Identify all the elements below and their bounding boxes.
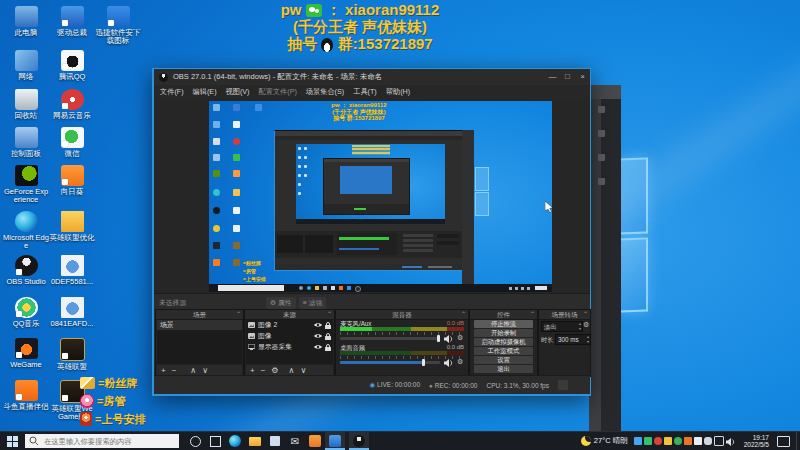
source-item[interactable]: 图像 bbox=[248, 331, 331, 341]
lock-icon[interactable] bbox=[325, 344, 331, 351]
desktop-icon-control-panel[interactable]: 控制面板 bbox=[3, 127, 49, 158]
desktop-icon-image-file-2[interactable]: 0841EAFD... bbox=[49, 297, 95, 328]
tray-icon-speaker[interactable] bbox=[726, 432, 736, 450]
lock-icon[interactable] bbox=[325, 322, 331, 329]
action-center-icon[interactable] bbox=[777, 436, 790, 447]
properties-button[interactable]: ⚙ 属性 bbox=[266, 297, 296, 309]
remove-scene-button[interactable]: − bbox=[172, 366, 177, 375]
duration-spinbox[interactable]: 300 ms ▴▾ bbox=[555, 334, 591, 345]
desktop-icon-tencent-qq[interactable]: 腾讯QQ bbox=[49, 50, 95, 81]
desktop-audio-volume-slider[interactable] bbox=[340, 361, 440, 364]
menu-edit[interactable]: 编辑(E) bbox=[193, 87, 217, 97]
obs-preview-canvas[interactable]: pw ： xiaoran99112 (千分王者 声优妹妹) 抽号 群:15372… bbox=[154, 99, 590, 293]
dock-float-icon[interactable]: ⌃ bbox=[583, 310, 588, 319]
scene-down-button[interactable]: ∨ bbox=[202, 366, 208, 375]
mic-volume-slider[interactable] bbox=[340, 337, 440, 340]
desktop-icon-obs-studio[interactable]: OBS Studio bbox=[3, 255, 49, 286]
source-item[interactable]: 显示器采集 bbox=[248, 342, 331, 352]
slider-handle[interactable] bbox=[422, 359, 425, 366]
desktop-icon-xunjie[interactable]: 迅捷软件安下载图标 bbox=[95, 6, 141, 45]
resize-grip[interactable] bbox=[558, 380, 568, 390]
dock-float-icon[interactable]: ⌃ bbox=[327, 310, 332, 319]
taskbar-clock[interactable]: 19:17 2022/5/5 bbox=[744, 434, 769, 449]
start-recording-button[interactable]: 开始录制 bbox=[474, 329, 533, 337]
obs-titlebar[interactable]: OBS 27.0.1 (64-bit, windows) - 配置文件: 未命名… bbox=[154, 69, 590, 85]
menu-view[interactable]: 视图(V) bbox=[226, 87, 250, 97]
taskbar-file-explorer[interactable] bbox=[245, 432, 265, 450]
scene-item[interactable]: 场景 bbox=[157, 320, 242, 330]
start-button[interactable] bbox=[7, 436, 18, 447]
taskbar-orange-app[interactable] bbox=[305, 432, 325, 450]
desktop-icon-sunflower[interactable]: 向日葵 bbox=[49, 165, 95, 196]
filters-button[interactable]: ≡ 滤镜 bbox=[299, 297, 326, 309]
spinner-arrows-icon[interactable]: ▴▾ bbox=[579, 322, 581, 331]
remove-source-button[interactable]: − bbox=[261, 366, 266, 375]
minimize-button[interactable]: — bbox=[545, 69, 560, 85]
tray-icon-red[interactable] bbox=[654, 437, 662, 445]
tray-icon-green[interactable] bbox=[644, 437, 652, 445]
lock-icon[interactable] bbox=[325, 333, 331, 340]
source-up-button[interactable]: ∧ bbox=[289, 366, 295, 375]
speaker-icon[interactable] bbox=[444, 335, 454, 344]
tray-icon-mic[interactable] bbox=[704, 437, 712, 445]
desktop-icon-netease-music[interactable]: 网易云音乐 bbox=[49, 89, 95, 120]
source-item[interactable]: 图像 2 bbox=[248, 320, 331, 330]
settings-button[interactable]: 设置 bbox=[474, 356, 533, 364]
dock-float-icon[interactable]: ⌃ bbox=[236, 310, 241, 319]
spinner-arrows-icon[interactable]: ▴▾ bbox=[587, 335, 589, 344]
desktop-icon-lol[interactable]: 英雄联盟 bbox=[49, 338, 95, 371]
eye-icon[interactable] bbox=[314, 322, 322, 328]
desktop-icon-network[interactable]: 网络 bbox=[3, 50, 49, 81]
desktop-icon-image-file-1[interactable]: 0DEF5581... bbox=[49, 255, 95, 286]
scene-up-button[interactable]: ∧ bbox=[190, 366, 196, 375]
weather-text[interactable]: 27°C 晴朗 bbox=[594, 436, 628, 446]
show-desktop-button[interactable] bbox=[796, 432, 800, 450]
taskbar-blue-app[interactable] bbox=[325, 432, 345, 450]
menu-help[interactable]: 帮助(H) bbox=[386, 87, 410, 97]
desktop-icon-this-pc[interactable]: 此电脑 bbox=[3, 6, 49, 37]
desktop-icon-wechat[interactable]: 微信 bbox=[49, 127, 95, 158]
add-scene-button[interactable]: + bbox=[161, 366, 166, 375]
slider-handle[interactable] bbox=[437, 335, 440, 342]
close-button[interactable]: × bbox=[575, 69, 590, 85]
desktop-icon-geforce[interactable]: GeForce Experience bbox=[3, 165, 49, 204]
taskbar-cortana[interactable] bbox=[185, 432, 205, 450]
exit-button[interactable]: 退出 bbox=[474, 365, 533, 373]
desktop-icon-driver-genius[interactable]: 驱动总裁 bbox=[49, 6, 95, 37]
taskbar-store[interactable] bbox=[265, 432, 285, 450]
taskbar-edge[interactable] bbox=[225, 432, 245, 450]
desktop-icon-recycle-bin[interactable]: 回收站 bbox=[3, 89, 49, 120]
tray-icon-bird[interactable] bbox=[694, 437, 702, 445]
desktop-audio-settings-gear-icon[interactable]: ⚙ bbox=[457, 358, 463, 366]
search-input[interactable] bbox=[42, 436, 176, 447]
transition-gear-icon[interactable]: ⚙ bbox=[583, 321, 589, 329]
desktop-icon-qq-music[interactable]: QQ音乐 bbox=[3, 297, 49, 328]
dock-float-icon[interactable]: ⌃ bbox=[530, 310, 535, 319]
maximize-button[interactable]: □ bbox=[560, 69, 575, 85]
menu-file[interactable]: 文件(F) bbox=[160, 87, 184, 97]
menu-profile[interactable]: 配置文件(P) bbox=[259, 87, 297, 97]
menu-scene-collection[interactable]: 场景集合(S) bbox=[306, 87, 344, 97]
add-source-button[interactable]: + bbox=[250, 366, 255, 375]
mic-settings-gear-icon[interactable]: ⚙ bbox=[457, 334, 463, 342]
tray-icon-orange[interactable] bbox=[684, 437, 692, 445]
eye-icon[interactable] bbox=[314, 333, 322, 339]
source-properties-gear-icon[interactable]: ⚙ bbox=[271, 366, 278, 375]
stop-streaming-button[interactable]: 停止推流 bbox=[474, 320, 533, 328]
taskbar-task-view[interactable] bbox=[205, 432, 225, 450]
source-down-button[interactable]: ∨ bbox=[300, 366, 306, 375]
transition-select[interactable]: 淡出 ▴▾ bbox=[541, 321, 583, 332]
start-virtual-camera-button[interactable]: 启动虚拟摄像机 bbox=[474, 338, 533, 346]
tray-icon-display[interactable] bbox=[714, 436, 724, 446]
eye-icon[interactable] bbox=[314, 344, 322, 350]
taskbar-obs[interactable] bbox=[349, 432, 369, 450]
taskbar-mail[interactable]: ✉ bbox=[285, 432, 305, 450]
dock-float-icon[interactable]: ⌃ bbox=[461, 310, 466, 319]
desktop-icon-wegame[interactable]: WeGame bbox=[3, 338, 49, 369]
tray-icon-sunlogin[interactable] bbox=[634, 437, 642, 445]
tray-icon-shield[interactable] bbox=[674, 437, 682, 445]
desktop-icon-douyu[interactable]: 斗鱼直播伴侣 bbox=[3, 380, 49, 411]
desktop-icon-edge[interactable]: Microsoft Edge bbox=[3, 211, 49, 250]
tray-icon-yellow[interactable] bbox=[664, 437, 672, 445]
studio-mode-button[interactable]: 工作室模式 bbox=[474, 347, 533, 355]
